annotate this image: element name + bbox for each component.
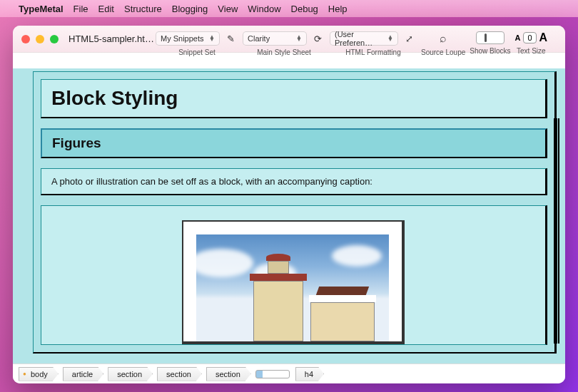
h4-text[interactable]: Figures xyxy=(52,135,535,151)
close-button[interactable] xyxy=(21,35,30,43)
menubar: TypeMetal File Edit Structure Blogging V… xyxy=(0,0,578,17)
text-size-group: A 0 A Text Size xyxy=(515,31,548,55)
menu-structure[interactable]: Structure xyxy=(124,4,162,14)
photo-placeholder xyxy=(196,234,389,341)
crumb-section-3[interactable]: section xyxy=(206,367,251,381)
section-block[interactable]: Block Styling Figures A photo or illustr… xyxy=(33,71,557,354)
figure-block[interactable] xyxy=(41,205,547,345)
crumb-h4[interactable]: h4 xyxy=(295,367,324,381)
snippet-edit-icon[interactable]: ✎ xyxy=(223,31,238,46)
crumb-body[interactable]: body xyxy=(19,367,59,381)
snippet-set-select[interactable]: My Snippets ▲▼ xyxy=(156,31,220,46)
updown-icon: ▲▼ xyxy=(387,36,393,41)
formatting-value: (User Preferen… xyxy=(335,30,385,47)
menu-help[interactable]: Help xyxy=(328,4,348,14)
stylesheet-select[interactable]: Clarity ▲▼ xyxy=(243,31,307,46)
updown-icon: ▲▼ xyxy=(209,36,215,41)
show-blocks-slider[interactable] xyxy=(476,31,505,44)
show-blocks-group: Show Blocks xyxy=(470,31,510,55)
crumb-article[interactable]: article xyxy=(63,367,103,381)
menu-debug[interactable]: Debug xyxy=(291,4,318,14)
breadcrumb-slider[interactable] xyxy=(255,370,290,378)
app-menu[interactable]: TypeMetal xyxy=(19,4,64,14)
source-loupe-label: Source Loupe xyxy=(421,48,465,56)
text-size-value[interactable]: 0 xyxy=(523,32,536,43)
menu-window[interactable]: Window xyxy=(248,4,280,14)
nesting-indicator xyxy=(554,118,559,344)
paragraph-text[interactable]: A photo or illustration can be set off a… xyxy=(51,176,535,187)
formatting-group: (User Preferen… ▲▼ ⤢ HTML Formatting xyxy=(330,31,417,56)
figure-frame xyxy=(182,220,405,344)
paragraph-block[interactable]: A photo or illustration can be set off a… xyxy=(41,168,547,195)
menu-file[interactable]: File xyxy=(73,4,88,14)
stylesheet-group: Clarity ▲▼ ⟳ Main Style Sheet xyxy=(243,31,325,56)
crumb-section-1[interactable]: section xyxy=(108,367,153,381)
crumb-section-2[interactable]: section xyxy=(157,367,202,381)
text-size-label: Text Size xyxy=(517,47,546,55)
editor-viewport[interactable]: Block Styling Figures A photo or illustr… xyxy=(13,68,565,363)
menu-blogging[interactable]: Blogging xyxy=(172,4,208,14)
text-size-decrease[interactable]: A xyxy=(515,33,521,42)
zoom-button[interactable] xyxy=(50,35,59,43)
snippet-set-group: My Snippets ▲▼ ✎ Snippet Set xyxy=(156,31,238,56)
h3-text[interactable]: Block Styling xyxy=(51,87,535,110)
show-blocks-label: Show Blocks xyxy=(470,47,510,55)
updown-icon: ▲▼ xyxy=(296,36,302,41)
source-loupe-button[interactable]: ⌕ xyxy=(432,31,454,46)
snippet-set-value: My Snippets xyxy=(161,34,204,43)
formatting-select[interactable]: (User Preferen… ▲▼ xyxy=(330,31,398,46)
formatting-label: HTML Formatting xyxy=(345,48,400,56)
window-controls xyxy=(21,35,59,43)
stylesheet-label: Main Style Sheet xyxy=(257,48,311,56)
stylesheet-reload-icon[interactable]: ⟳ xyxy=(310,31,325,46)
minimize-button[interactable] xyxy=(36,35,44,43)
snippet-set-label: Snippet Set xyxy=(178,48,216,56)
heading-block[interactable]: Block Styling xyxy=(41,79,547,118)
text-size-increase[interactable]: A xyxy=(539,31,548,44)
menu-edit[interactable]: Edit xyxy=(98,4,114,14)
document-title: HTML5-sampler.ht… xyxy=(69,33,154,44)
source-loupe-group: ⌕ Source Loupe xyxy=(421,31,465,56)
breadcrumb-bar: body article section section section h4 xyxy=(13,363,565,383)
subheading-block[interactable]: Figures xyxy=(41,128,547,158)
app-window: HTML5-sampler.ht… My Snippets ▲▼ ✎ Snipp… xyxy=(13,26,565,383)
menu-view[interactable]: View xyxy=(218,4,238,14)
stylesheet-value: Clarity xyxy=(248,34,270,43)
toolbar: My Snippets ▲▼ ✎ Snippet Set Clarity ▲▼ … xyxy=(156,26,559,68)
formatting-expand-icon[interactable]: ⤢ xyxy=(401,31,417,46)
